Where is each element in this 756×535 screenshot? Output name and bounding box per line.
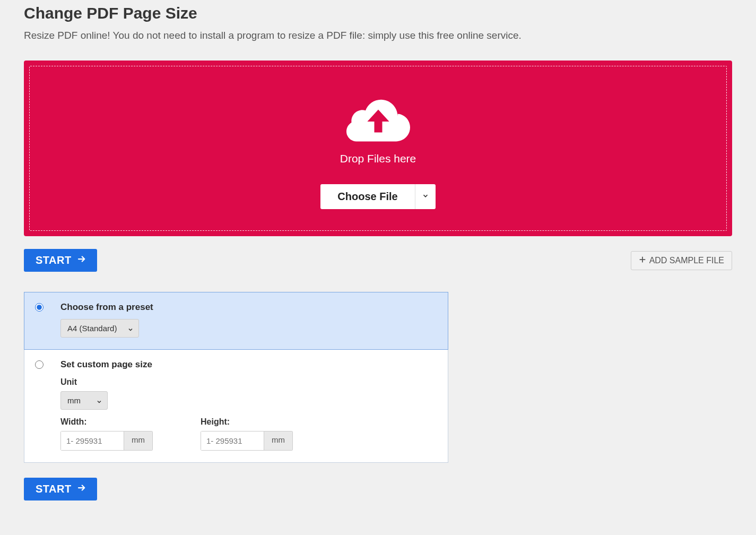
file-dropzone[interactable]: Drop Files here Choose File bbox=[24, 61, 732, 236]
plus-icon bbox=[639, 256, 646, 265]
file-dropzone-inner: Drop Files here Choose File bbox=[29, 66, 727, 231]
custom-option-card[interactable]: Set custom page size Unit mm Width: bbox=[24, 350, 448, 463]
custom-option-body: Set custom page size Unit mm Width: bbox=[60, 359, 437, 451]
custom-option-title: Set custom page size bbox=[60, 359, 437, 370]
start-button-label: START bbox=[36, 483, 72, 495]
height-unit-suffix: mm bbox=[264, 431, 293, 451]
action-row: START ADD SAMPLE FILE bbox=[24, 249, 732, 272]
cloud-upload-icon bbox=[346, 96, 410, 147]
unit-label: Unit bbox=[60, 377, 437, 387]
unit-select-wrap: mm bbox=[60, 391, 108, 410]
choose-file-group: Choose File bbox=[320, 184, 435, 209]
custom-radio-wrap bbox=[35, 359, 44, 371]
choose-file-dropdown-button[interactable] bbox=[415, 184, 436, 209]
preset-select[interactable]: A4 (Standard) bbox=[60, 319, 139, 338]
choose-file-button[interactable]: Choose File bbox=[320, 184, 414, 209]
width-column: Width: mm bbox=[60, 410, 153, 451]
width-unit-suffix: mm bbox=[124, 431, 153, 451]
add-sample-file-button[interactable]: ADD SAMPLE FILE bbox=[631, 251, 732, 270]
width-input-group: mm bbox=[60, 431, 153, 451]
preset-option-body: Choose from a preset A4 (Standard) bbox=[60, 302, 437, 338]
height-input[interactable] bbox=[201, 431, 264, 451]
custom-radio[interactable] bbox=[35, 360, 44, 369]
arrow-right-icon bbox=[77, 483, 86, 495]
start-button-bottom[interactable]: START bbox=[24, 478, 97, 501]
height-column: Height: mm bbox=[201, 410, 293, 451]
preset-select-wrap: A4 (Standard) bbox=[60, 319, 139, 338]
unit-select[interactable]: mm bbox=[60, 391, 108, 410]
dimensions-row: Width: mm Height: mm bbox=[60, 410, 437, 451]
start-button-label: START bbox=[36, 254, 72, 266]
preset-option-card[interactable]: Choose from a preset A4 (Standard) bbox=[24, 292, 448, 350]
size-options-panel: Choose from a preset A4 (Standard) Set c… bbox=[24, 292, 448, 463]
drop-files-text: Drop Files here bbox=[340, 152, 416, 165]
preset-radio[interactable] bbox=[35, 303, 44, 312]
arrow-right-icon bbox=[77, 254, 86, 266]
page-title: Change PDF Page Size bbox=[24, 0, 732, 30]
height-label: Height: bbox=[201, 417, 293, 427]
preset-radio-wrap bbox=[35, 302, 44, 314]
page-subtitle: Resize PDF online! You do not need to in… bbox=[24, 30, 732, 61]
bottom-action-row: START bbox=[24, 478, 732, 501]
preset-option-title: Choose from a preset bbox=[60, 302, 437, 313]
height-input-group: mm bbox=[201, 431, 293, 451]
width-label: Width: bbox=[60, 417, 153, 427]
width-input[interactable] bbox=[60, 431, 124, 451]
add-sample-file-label: ADD SAMPLE FILE bbox=[649, 256, 724, 265]
start-button-top[interactable]: START bbox=[24, 249, 97, 272]
chevron-down-icon bbox=[422, 192, 429, 201]
